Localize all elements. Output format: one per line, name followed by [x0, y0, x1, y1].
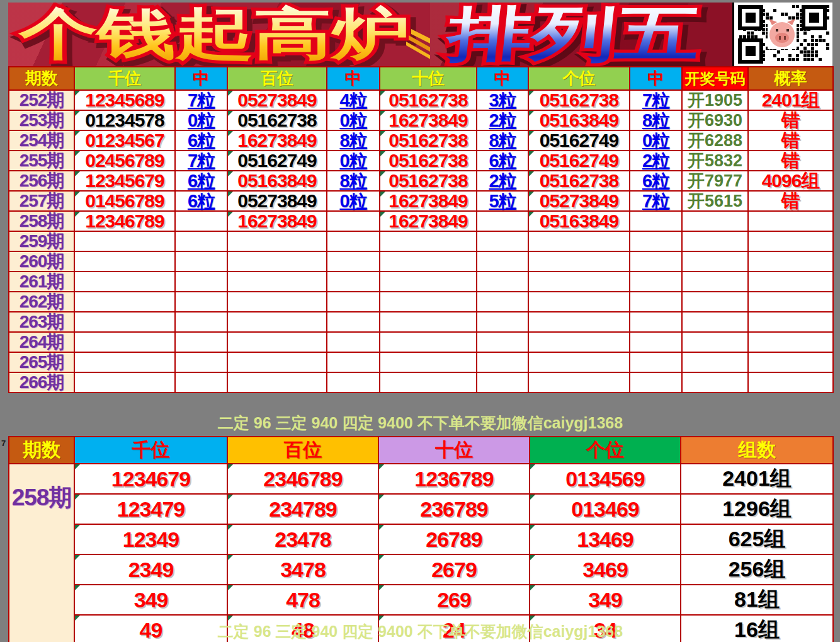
hit-count-cell: 2粒: [630, 151, 682, 171]
digits-cell: [74, 352, 175, 372]
hit-count-cell: 8粒: [327, 171, 380, 191]
digits-cell: [380, 231, 477, 251]
banner-left-image: 个钱起高炉 个钱起高炉: [8, 3, 430, 66]
digits-cell: 16273849: [227, 211, 327, 231]
column-header: 个位: [530, 437, 681, 464]
period-cell: 257期: [9, 191, 74, 211]
hit-count-cell: [327, 372, 380, 393]
probability-cell: [748, 332, 833, 352]
draw-number-cell: 开6288: [682, 130, 748, 151]
hit-count-cell: 7粒: [630, 191, 682, 211]
digits-cell: 05273849: [528, 191, 630, 211]
hit-count-cell: [477, 332, 528, 352]
probability-cell: [748, 352, 833, 372]
hit-count-cell: 3粒: [477, 90, 528, 110]
digits-cell: [74, 312, 175, 332]
digits-cell: 05162738: [380, 171, 477, 191]
digits-cell: 05162749: [227, 151, 327, 171]
hit-count-cell: 6粒: [175, 130, 227, 151]
hit-count-cell: [327, 272, 380, 292]
hit-count-cell: 0粒: [327, 110, 380, 130]
digits-cell: 1234679: [74, 464, 227, 494]
table-row: 252期123456897粒052738494粒051627383粒051627…: [9, 90, 833, 110]
period-cell: 264期: [9, 332, 74, 352]
digits-cell: 236789: [378, 494, 530, 524]
hit-count-cell: [175, 332, 227, 352]
table-row: 253期012345780粒051627380粒162738492粒051638…: [9, 110, 833, 130]
hit-count-cell: [630, 231, 682, 251]
digits-cell: 13469: [530, 524, 681, 554]
digits-cell: [227, 251, 327, 272]
digits-cell: 05163849: [227, 171, 327, 191]
digits-cell: 349: [74, 585, 227, 615]
digits-cell: 05273849: [227, 90, 327, 110]
probability-cell: [748, 211, 833, 231]
group-table-header-row: 期数千位百位十位个位组数: [9, 437, 833, 464]
digits-cell: 269: [378, 585, 530, 615]
digits-cell: [528, 372, 630, 393]
column-header: 中: [630, 67, 682, 90]
period-cell: 254期: [9, 130, 74, 151]
table-row: 258期12346789162738491627384905163849: [9, 211, 833, 231]
column-header: 十位: [380, 67, 477, 90]
digits-cell: 05162738: [528, 90, 630, 110]
period-cell: 259期: [9, 231, 74, 251]
digits-cell: 123479: [74, 494, 227, 524]
period-cell: 253期: [9, 110, 74, 130]
page-frame: 个钱起高炉 个钱起高炉: [0, 0, 840, 642]
hit-count-cell: [630, 312, 682, 332]
prediction-table: 期数千位中百位中十位中个位中开奖号码概率 252期123456897粒05273…: [8, 66, 834, 393]
column-header: 期数: [9, 67, 74, 90]
digits-cell: 349: [530, 585, 681, 615]
table-row: 254期012345676粒162738498粒051627388粒051627…: [9, 130, 833, 151]
digits-cell: [380, 272, 477, 292]
hit-count-cell: [327, 231, 380, 251]
table-row: 265期: [9, 352, 833, 372]
hit-count-cell: [477, 272, 528, 292]
digits-cell: [227, 292, 327, 312]
probability-cell: [748, 312, 833, 332]
probability-cell: 错: [748, 130, 833, 151]
group-count-cell: 625组: [681, 524, 833, 554]
draw-number-cell: 开6930: [682, 110, 748, 130]
draw-number-cell: [682, 352, 748, 372]
digits-cell: [380, 292, 477, 312]
promo-banner-top: 二定 96 三定 940 四定 9400 不下单不要加微信caiygj1368: [8, 410, 832, 436]
hit-count-cell: [327, 211, 380, 231]
hit-count-cell: 0粒: [175, 110, 227, 130]
draw-number-cell: [682, 332, 748, 352]
digits-cell: 05163849: [528, 110, 630, 130]
draw-number-cell: [682, 231, 748, 251]
digits-cell: [74, 292, 175, 312]
hit-count-cell: [630, 211, 682, 231]
digits-cell: 02456789: [74, 151, 175, 171]
probability-cell: 错: [748, 151, 833, 171]
period-cell: 252期: [9, 90, 74, 110]
digits-cell: 05162738: [227, 110, 327, 130]
digits-cell: 478: [227, 585, 378, 615]
hit-count-cell: 7粒: [630, 90, 682, 110]
digits-cell: 05162749: [528, 151, 630, 171]
digits-cell: [227, 372, 327, 393]
table-row: 264期: [9, 332, 833, 352]
digits-cell: 16273849: [380, 110, 477, 130]
banner-title-left: 个钱起高炉: [18, 3, 410, 65]
hit-count-cell: [327, 352, 380, 372]
hit-count-cell: [477, 231, 528, 251]
group-count-cell: 1296组: [681, 494, 833, 524]
hit-count-cell: [175, 272, 227, 292]
hit-count-cell: [477, 312, 528, 332]
digits-cell: 05163849: [528, 211, 630, 231]
draw-number-cell: 开1905: [682, 90, 748, 110]
digits-cell: [227, 272, 327, 292]
period-cell: 260期: [9, 251, 74, 272]
digits-cell: 01234578: [74, 110, 175, 130]
hit-count-cell: 8粒: [630, 110, 682, 130]
digits-cell: 1236789: [378, 464, 530, 494]
period-cell: 255期: [9, 151, 74, 171]
period-cell: 256期: [9, 171, 74, 191]
table-row: 2349347826793469256组: [9, 554, 833, 585]
probability-cell: [748, 251, 833, 272]
period-cell: 266期: [9, 372, 74, 393]
table-row: 259期: [9, 231, 833, 251]
